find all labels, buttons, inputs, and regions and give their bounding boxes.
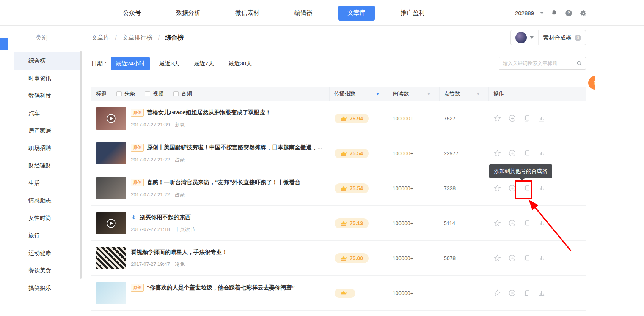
favorite-star-icon[interactable] — [493, 114, 501, 123]
date-filter-chip[interactable]: 最近7天 — [189, 57, 219, 70]
notification-count-badge[interactable]: 8 — [588, 76, 595, 90]
account-avatar[interactable] — [515, 32, 527, 43]
add-plus-icon[interactable] — [508, 149, 516, 158]
search-icon[interactable] — [576, 60, 583, 66]
page: 公众号 数据分析 微信素材 编辑器 文章库 推广盈利 202889 — [0, 0, 644, 316]
add-to-composer-copy-icon[interactable] — [523, 219, 531, 228]
source-account[interactable]: 冷兔 — [175, 261, 185, 267]
sidebar-category-item[interactable]: 汽车 — [14, 104, 80, 122]
publish-time: 2017-07-27 21:39 — [131, 122, 170, 128]
sidebar-category-item[interactable]: 女性时尚 — [14, 209, 80, 227]
favorite-star-icon[interactable] — [493, 184, 501, 193]
header-reads[interactable]: 阅读数 ▼ — [388, 87, 439, 101]
account-selector[interactable] — [511, 30, 538, 45]
sidebar-category-item[interactable]: 情感励志 — [14, 192, 80, 209]
article-title-link[interactable]: 看视频学揉面的喵星人，手法很专业！ — [131, 249, 228, 256]
article-thumbnail[interactable] — [96, 282, 126, 304]
article-thumbnail[interactable] — [96, 107, 126, 130]
reads-cell: 100000+ — [388, 255, 439, 261]
checkbox[interactable] — [173, 91, 179, 96]
article-meta: 2017-07-27 21:22 占豪 — [131, 191, 300, 198]
analytics-chart-icon[interactable] — [537, 114, 546, 123]
date-filter-chip[interactable]: 最近3天 — [154, 57, 184, 70]
article-thumbnail[interactable] — [96, 247, 126, 269]
add-to-composer-copy-icon[interactable] — [523, 254, 531, 262]
nav-item[interactable]: 编辑器 — [285, 6, 322, 21]
sort-caret-icon[interactable]: ▼ — [476, 92, 480, 96]
breadcrumb-article-library[interactable]: 文章库 — [91, 34, 110, 41]
article-title-link[interactable]: 原创丨美国黔驴技穷啦！中国不按套路突然摊牌，日本越南全撤退，... — [147, 144, 322, 151]
nav-item[interactable]: 微信素材 — [226, 6, 269, 21]
user-dropdown-caret-icon[interactable] — [540, 12, 544, 14]
analytics-chart-icon[interactable] — [537, 289, 546, 297]
search-input[interactable] — [503, 60, 576, 66]
analytics-chart-icon[interactable] — [537, 149, 546, 158]
breadcrumb-ranking[interactable]: 文章排行榜 — [122, 34, 152, 41]
source-account[interactable]: 新氧 — [175, 122, 185, 128]
analytics-chart-icon[interactable] — [537, 184, 546, 193]
sidebar-category-item[interactable]: 搞笑娱乐 — [14, 279, 80, 297]
sidebar-category-item[interactable]: 职场招聘 — [14, 139, 80, 157]
notification-bell-icon[interactable] — [550, 9, 558, 17]
favorite-star-icon[interactable] — [493, 219, 501, 228]
header-likes[interactable]: 点赞数 ▼ — [439, 87, 488, 101]
settings-gear-icon[interactable] — [579, 9, 587, 17]
content-type-filter[interactable]: 头条 — [116, 90, 135, 97]
source-account[interactable]: 十点读书 — [175, 226, 195, 232]
help-icon[interactable]: ? — [564, 9, 573, 17]
sidebar-category-item[interactable]: 财经理财 — [14, 157, 80, 174]
sidebar-category-item[interactable]: 旅行 — [14, 227, 80, 244]
article-thumbnail[interactable] — [96, 142, 126, 164]
svg-text:?: ? — [567, 11, 570, 15]
nav-item[interactable]: 公众号 — [114, 6, 150, 21]
content-type-filter[interactable]: 音频 — [173, 90, 192, 97]
add-plus-icon[interactable] — [508, 289, 516, 297]
analytics-chart-icon[interactable] — [537, 219, 546, 228]
article-info: 原创 原创丨美国黔驴技穷啦！中国不按套路突然摊牌，日本越南全撤退，... 201… — [131, 144, 322, 163]
checkbox[interactable] — [116, 91, 122, 96]
header-spread-index[interactable]: 传播指数 ▼ — [329, 87, 388, 101]
analytics-chart-icon[interactable] — [537, 254, 546, 262]
filter-label: 音频 — [181, 90, 192, 97]
article-title-link[interactable]: 喜感！一听台湾官员来访，“友邦”外长直接吓跑了！丨微看台 — [147, 179, 300, 186]
source-account[interactable]: 占豪 — [175, 192, 185, 198]
row-actions — [488, 149, 586, 158]
add-plus-icon[interactable] — [508, 219, 516, 228]
source-account[interactable]: 占豪 — [175, 157, 185, 163]
date-filter-chip[interactable]: 最近30天 — [223, 57, 257, 70]
favorite-star-icon[interactable] — [493, 289, 501, 297]
add-plus-icon[interactable] — [508, 114, 516, 123]
sidebar-category-item[interactable]: 运动健康 — [14, 244, 80, 262]
article-thumbnail[interactable] — [96, 212, 126, 234]
likes-cell: 5078 — [439, 255, 488, 261]
article-thumbnail[interactable] — [96, 177, 126, 199]
add-to-composer-copy-icon[interactable] — [523, 114, 531, 123]
user-id[interactable]: 202889 — [515, 10, 534, 16]
add-to-composer-copy-icon[interactable] — [523, 149, 531, 158]
date-filter-chip[interactable]: 最近24小时 — [111, 57, 150, 70]
add-plus-icon[interactable] — [508, 254, 516, 262]
sort-caret-icon[interactable]: ▼ — [375, 92, 380, 96]
content-type-filter[interactable]: 视频 — [145, 90, 163, 97]
checkbox[interactable] — [145, 91, 150, 96]
sidebar-category-item[interactable]: 时事资讯 — [14, 70, 80, 87]
favorite-star-icon[interactable] — [493, 149, 501, 158]
sidebar-category-item[interactable]: 数码科技 — [14, 87, 80, 104]
sort-caret-icon[interactable]: ▼ — [427, 92, 431, 96]
add-to-composer-tooltip: 添加到其他号的合成器 — [489, 164, 552, 178]
nav-item[interactable]: 推广盈利 — [391, 6, 434, 21]
article-title-link[interactable]: “你喜欢的人是个盖世垃圾，他会踩着七彩祥云去娶你闺蜜” — [147, 284, 295, 291]
sidebar-category-item[interactable]: 综合榜 — [14, 52, 80, 70]
sidebar-category-item[interactable]: 房产家居 — [14, 122, 80, 139]
nav-item[interactable]: 文章库 — [338, 6, 375, 21]
sidebar-collapse-tab[interactable] — [0, 38, 8, 50]
add-to-composer-copy-icon[interactable] — [523, 289, 531, 297]
sidebar-scrollbar[interactable] — [80, 51, 82, 279]
article-title-link[interactable]: 曹格女儿Grace姐姐居然从肿泡眼变成了双眼皮！ — [147, 109, 271, 116]
favorite-star-icon[interactable] — [493, 254, 501, 262]
sidebar-category-item[interactable]: 餐饮美食 — [14, 262, 80, 279]
nav-item[interactable]: 数据分析 — [167, 6, 209, 21]
material-composer-button[interactable]: 素材合成器 0 — [538, 30, 586, 45]
article-title-link[interactable]: 别买你用不起的东西 — [140, 214, 191, 221]
sidebar-category-item[interactable]: 生活 — [14, 174, 80, 192]
